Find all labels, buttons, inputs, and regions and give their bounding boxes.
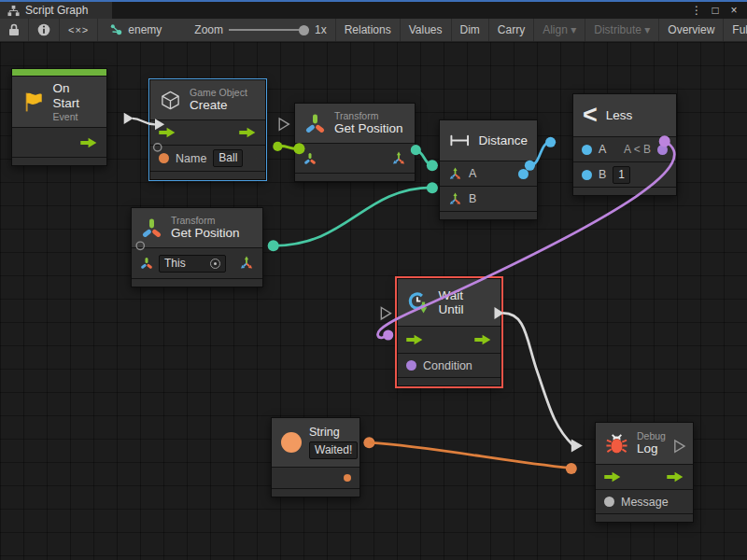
vector3-in-port-icon[interactable] <box>448 167 462 181</box>
dim-button[interactable]: Dim <box>452 19 489 41</box>
input-a-label: A <box>469 167 476 180</box>
node-debug-log[interactable]: Debug Log Message <box>595 422 694 523</box>
node-type: Transform <box>334 110 403 121</box>
node-footer <box>295 174 415 181</box>
close-icon[interactable]: × <box>726 4 741 17</box>
tab-title: Script Graph <box>25 4 88 17</box>
input-b-label: B <box>599 168 606 181</box>
wire-dot[interactable] <box>268 240 279 251</box>
relations-button[interactable]: Relations <box>335 19 401 41</box>
values-button[interactable]: Values <box>401 19 452 41</box>
node-get-position-left[interactable]: Transform Get Position This <box>131 207 263 287</box>
node-string-literal[interactable]: String Waited! <box>271 417 360 497</box>
node-footer <box>12 158 106 165</box>
less-b-input[interactable]: 1 <box>613 166 630 184</box>
wire-dot[interactable] <box>427 160 438 171</box>
flow-out-port-icon[interactable] <box>80 137 98 148</box>
flow-out-port-icon[interactable] <box>667 471 684 483</box>
less-b-port[interactable] <box>582 170 592 180</box>
node-title: Get Position <box>334 121 403 136</box>
flow-out-port-icon[interactable] <box>474 334 492 345</box>
condition-port[interactable] <box>406 360 416 371</box>
less-output-label: A < B <box>624 143 651 156</box>
node-on-start-event[interactable]: On Start Event <box>11 68 107 166</box>
lock-button[interactable] <box>0 19 29 41</box>
flow-out-indicator-create[interactable] <box>279 119 289 130</box>
node-title: Wait Until <box>439 288 491 316</box>
node-less[interactable]: < Less A A < B B 1 <box>572 93 677 196</box>
game-object-out-port-icon[interactable] <box>256 151 257 165</box>
node-subtitle: Event <box>53 111 97 122</box>
graph-canvas[interactable]: On Start Event Game Object Create <box>0 42 747 560</box>
align-dropdown[interactable]: Align ▾ <box>534 19 585 41</box>
less-a-port[interactable] <box>582 145 592 155</box>
flow-in-indicator-waituntil[interactable] <box>381 307 390 318</box>
wire-dot[interactable] <box>545 137 556 147</box>
less-out-port[interactable] <box>657 145 668 155</box>
zoom-slider[interactable] <box>229 29 309 31</box>
breadcrumb[interactable]: enemy <box>98 19 170 41</box>
flow-in-port-icon[interactable] <box>159 127 176 138</box>
transform-in-port-icon[interactable] <box>303 152 317 165</box>
node-distance[interactable]: Distance A B <box>439 119 538 220</box>
node-footer <box>440 212 537 219</box>
relations-label: Relations <box>345 23 391 36</box>
transform-in-port-icon[interactable] <box>140 257 153 270</box>
wire-getposition-to-distance-a[interactable] <box>416 150 431 165</box>
flow-in-port-icon[interactable] <box>406 334 424 345</box>
distance-icon <box>449 133 470 148</box>
carry-button[interactable]: Carry <box>489 19 534 41</box>
wire-dot[interactable] <box>273 142 282 151</box>
name-input[interactable]: Ball <box>213 149 243 167</box>
wire-waituntil-to-log[interactable] <box>503 313 573 445</box>
distance-out-port[interactable] <box>518 169 529 179</box>
node-footer <box>573 188 676 195</box>
carry-label: Carry <box>498 23 525 36</box>
flow-out-port-icon[interactable] <box>239 127 257 138</box>
vector3-out-port-icon[interactable] <box>239 256 254 271</box>
wire-arrowhead[interactable] <box>571 440 583 453</box>
maximize-icon[interactable]: □ <box>708 4 723 17</box>
name-port[interactable] <box>159 153 169 163</box>
node-get-position-top[interactable]: Transform Get Position <box>294 103 416 182</box>
vector3-out-port-icon[interactable] <box>391 151 406 166</box>
code-view-button[interactable]: <×> <box>60 19 98 41</box>
chevron-down-icon: ▾ <box>644 23 650 36</box>
target-input[interactable]: This <box>159 255 226 273</box>
string-out-port[interactable] <box>344 474 351 482</box>
distribute-dropdown[interactable]: Distribute ▾ <box>585 19 659 41</box>
wire-dot[interactable] <box>383 329 393 340</box>
inspect-button[interactable] <box>29 19 60 41</box>
full-screen-label: Full Screen <box>732 23 747 36</box>
overview-button[interactable]: Overview <box>659 19 724 41</box>
tab-script-graph[interactable]: Script Graph <box>0 2 112 19</box>
flow-in-port-icon[interactable] <box>604 471 622 483</box>
event-accent-bar <box>12 69 106 76</box>
node-create-game-object[interactable]: Game Object Create Name Ball <box>149 79 266 180</box>
vector3-in-port-icon[interactable] <box>448 192 462 206</box>
wire-dot[interactable] <box>363 437 374 448</box>
wire-dot[interactable] <box>566 463 577 474</box>
object-picker-icon[interactable] <box>210 259 220 269</box>
string-input[interactable]: Waited! <box>309 441 358 459</box>
window-menu-icon[interactable]: ⋮ <box>689 4 704 17</box>
node-type: Game Object <box>190 87 247 98</box>
flag-icon <box>21 90 45 114</box>
node-type: Transform <box>171 215 240 226</box>
message-port[interactable] <box>604 497 614 507</box>
input-a-label: A <box>599 143 606 156</box>
wire-start-cap[interactable] <box>124 113 134 124</box>
wire-string-to-log[interactable] <box>369 442 571 468</box>
zoom-slider-handle[interactable] <box>299 25 309 35</box>
full-screen-button[interactable]: Full Screen <box>724 19 747 41</box>
align-label: Align <box>543 23 568 36</box>
script-graph-window: Script Graph ⋮ □ × <×> enemy Zoom 1x <box>0 0 747 560</box>
node-footer <box>150 172 265 179</box>
node-title: Distance <box>478 133 528 147</box>
toolbar: <×> enemy Zoom 1x Relations Values Dim C… <box>0 19 747 42</box>
node-title: On Start <box>53 81 97 111</box>
node-wait-until[interactable]: Wait Until Condition <box>397 278 501 386</box>
node-title: Create <box>190 98 247 113</box>
wire-dot[interactable] <box>427 182 438 193</box>
wire-getposition-to-distance-b[interactable] <box>274 188 431 245</box>
